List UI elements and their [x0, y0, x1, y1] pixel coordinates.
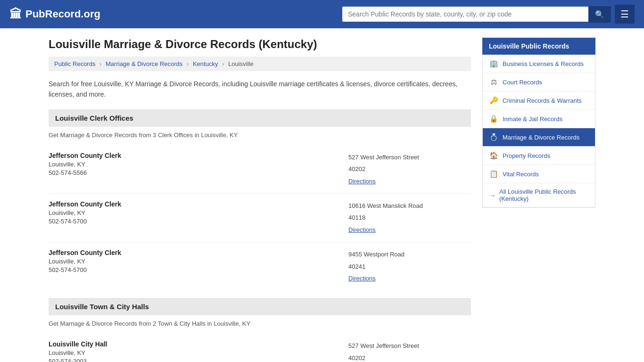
property-icon: 🏠	[489, 151, 498, 160]
record-directions-1: Directions	[348, 176, 471, 187]
record-left-3: Jefferson County Clerk Louisville, KY 50…	[49, 249, 348, 273]
record-address2-4: 40202	[348, 353, 471, 362]
record-entry-4: Louisville City Hall Louisville, KY 502-…	[49, 334, 471, 362]
section-subtitle-clerk: Get Marriage & Divorce Records from 3 Cl…	[49, 132, 471, 139]
record-phone-4: 502-574-2003	[49, 358, 348, 362]
all-records-arrow-icon: →	[489, 192, 495, 199]
main-container: Louisville Marriage & Divorce Records (K…	[39, 28, 605, 362]
section-city-halls: Louisville Town & City Halls Get Marriag…	[49, 298, 471, 362]
content-area: Louisville Marriage & Divorce Records (K…	[49, 38, 471, 362]
record-name-2: Jefferson County Clerk	[49, 200, 348, 208]
breadcrumb-link-marriage[interactable]: Marriage & Divorce Records	[106, 60, 182, 67]
logo-icon: 🏛	[9, 7, 22, 22]
section-header-city: Louisville Town & City Halls	[49, 298, 471, 315]
sidebar-label-marriage: Marriage & Divorce Records	[503, 134, 579, 141]
breadcrumb: Public Records › Marriage & Divorce Reco…	[49, 57, 471, 71]
directions-link-3[interactable]: Directions	[348, 275, 376, 282]
sidebar-item-property[interactable]: 🏠 Property Records	[483, 147, 595, 165]
record-address2-1: 40202	[348, 164, 471, 174]
marriage-icon: 💍	[489, 133, 498, 141]
directions-link-1[interactable]: Directions	[348, 178, 376, 185]
breadcrumb-sep-1: ›	[99, 60, 101, 67]
sidebar-label-inmate: Inmate & Jail Records	[503, 115, 562, 123]
record-entry-3: Jefferson County Clerk Louisville, KY 50…	[49, 242, 471, 290]
court-icon: ⚖	[489, 78, 498, 86]
breadcrumb-sep-2: ›	[187, 60, 189, 67]
record-phone-3: 502-574-5700	[49, 266, 348, 273]
menu-icon: ☰	[620, 9, 629, 19]
sidebar-item-marriage[interactable]: 💍 Marriage & Divorce Records	[483, 128, 595, 147]
record-directions-3: Directions	[348, 273, 471, 284]
search-bar: 🔍 ☰	[342, 5, 635, 24]
breadcrumb-current: Louisville	[228, 60, 253, 67]
section-subtitle-city: Get Marriage & Divorce Records from 2 To…	[49, 320, 471, 327]
logo-text: PubRecord.org	[25, 8, 100, 20]
record-name-3: Jefferson County Clerk	[49, 249, 348, 256]
record-right-1: 527 West Jefferson Street 40202 Directio…	[348, 152, 471, 187]
record-right-4: 527 West Jefferson Street 40202 Directio…	[348, 340, 471, 362]
sidebar-item-criminal[interactable]: 🔑 Criminal Records & Warrants	[483, 91, 595, 110]
record-phone-2: 502-574-5700	[49, 218, 348, 225]
record-city-1: Louisville, KY	[49, 161, 348, 168]
vital-icon: 📋	[489, 170, 498, 178]
record-left-4: Louisville City Hall Louisville, KY 502-…	[49, 340, 348, 362]
record-entry-2: Jefferson County Clerk Louisville, KY 50…	[49, 194, 471, 242]
breadcrumb-sep-3: ›	[222, 60, 224, 67]
site-logo[interactable]: 🏛 PubRecord.org	[9, 7, 100, 22]
inmate-icon: 🔒	[489, 115, 498, 123]
breadcrumb-link-public-records[interactable]: Public Records	[54, 60, 95, 67]
sidebar-all-records-link[interactable]: → All Louisville Public Records (Kentuck…	[483, 183, 595, 207]
record-city-3: Louisville, KY	[49, 258, 348, 265]
record-city-4: Louisville, KY	[49, 349, 348, 356]
record-phone-1: 502-574-5566	[49, 169, 348, 176]
sidebar-title: Louisville Public Records	[482, 38, 595, 55]
record-address1-4: 527 West Jefferson Street	[348, 340, 471, 351]
directions-link-2[interactable]: Directions	[348, 226, 376, 233]
page-title: Louisville Marriage & Divorce Records (K…	[49, 38, 471, 51]
section-header-clerk: Louisville Clerk Offices	[49, 109, 471, 127]
sidebar-item-court[interactable]: ⚖ Court Records	[483, 73, 595, 91]
record-city-2: Louisville, KY	[49, 209, 348, 216]
sidebar-item-vital[interactable]: 📋 Vital Records	[483, 165, 595, 183]
record-name-1: Jefferson County Clerk	[49, 152, 348, 159]
menu-button[interactable]: ☰	[615, 5, 635, 24]
record-right-2: 10616 West Manslick Road 40118 Direction…	[348, 200, 471, 235]
record-right-3: 9455 Westport Road 40241 Directions	[348, 249, 471, 284]
search-icon: 🔍	[595, 10, 604, 18]
record-left-1: Jefferson County Clerk Louisville, KY 50…	[49, 152, 348, 176]
sidebar-label-court: Court Records	[503, 79, 542, 86]
sidebar-label-property: Property Records	[503, 152, 550, 159]
record-address2-3: 40241	[348, 261, 471, 272]
sidebar-item-business[interactable]: 🏢 Business Licenses & Records	[483, 55, 595, 73]
business-icon: 🏢	[489, 59, 498, 68]
record-address2-2: 40118	[348, 212, 471, 223]
sidebar-nav: 🏢 Business Licenses & Records ⚖ Court Re…	[482, 55, 595, 208]
section-clerk-offices: Louisville Clerk Offices Get Marriage & …	[49, 109, 471, 291]
sidebar-all-records-label: All Louisville Public Records (Kentucky)	[499, 188, 588, 202]
record-name-4: Louisville City Hall	[49, 340, 348, 348]
search-button[interactable]: 🔍	[588, 6, 611, 23]
record-entry-1: Jefferson County Clerk Louisville, KY 50…	[49, 145, 471, 194]
sidebar-label-criminal: Criminal Records & Warrants	[503, 97, 582, 104]
sidebar-item-inmate[interactable]: 🔒 Inmate & Jail Records	[483, 110, 595, 128]
record-directions-2: Directions	[348, 224, 471, 235]
sidebar-label-business: Business Licenses & Records	[503, 60, 584, 67]
search-input[interactable]	[342, 7, 588, 22]
sidebar-label-vital: Vital Records	[503, 171, 539, 178]
record-left-2: Jefferson County Clerk Louisville, KY 50…	[49, 200, 348, 225]
site-header: 🏛 PubRecord.org 🔍 ☰	[0, 0, 644, 28]
record-address1-2: 10616 West Manslick Road	[348, 200, 471, 211]
criminal-icon: 🔑	[489, 96, 498, 105]
page-description: Search for free Louisville, KY Marriage …	[49, 79, 471, 100]
breadcrumb-link-kentucky[interactable]: Kentucky	[193, 60, 218, 67]
record-address1-1: 527 West Jefferson Street	[348, 152, 471, 163]
sidebar: Louisville Public Records 🏢 Business Lic…	[482, 38, 595, 362]
record-address1-3: 9455 Westport Road	[348, 249, 471, 260]
